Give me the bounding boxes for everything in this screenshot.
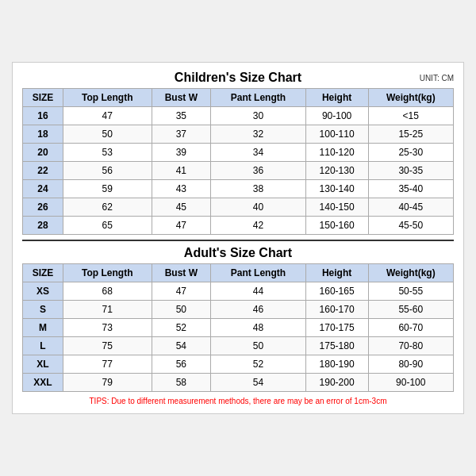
children-table-row: 20533934110-12025-30 bbox=[23, 144, 454, 162]
tips-text: TIPS: Due to different measurement metho… bbox=[22, 397, 454, 405]
children-cell: 90-100 bbox=[305, 107, 368, 125]
adults-cell: 54 bbox=[152, 337, 211, 355]
adults-size-table: SIZE Top Length Bust W Pant Length Heigh… bbox=[22, 263, 454, 392]
children-cell: 32 bbox=[211, 125, 306, 144]
adults-chart-title: Adult's Size Chart bbox=[184, 246, 292, 260]
children-header-row: SIZE Top Length Bust W Pant Length Heigh… bbox=[23, 89, 454, 107]
adults-table-row: S715046160-17055-60 bbox=[23, 301, 454, 319]
children-cell: 42 bbox=[211, 217, 306, 235]
children-cell: 37 bbox=[152, 125, 211, 144]
children-cell: 25-30 bbox=[368, 144, 453, 162]
children-cell: 47 bbox=[63, 107, 152, 125]
adults-table-row: XL775652180-19080-90 bbox=[23, 355, 454, 374]
children-cell: 140-150 bbox=[305, 198, 368, 217]
children-cell: 53 bbox=[63, 144, 152, 162]
adults-cell: 80-90 bbox=[368, 355, 453, 374]
children-col-weight: Weight(kg) bbox=[368, 89, 453, 107]
children-cell: 40-45 bbox=[368, 198, 453, 217]
adults-cell: 44 bbox=[211, 282, 306, 301]
children-cell: 26 bbox=[23, 198, 63, 217]
children-cell: 100-110 bbox=[305, 125, 368, 144]
adults-cell: 160-170 bbox=[305, 301, 368, 319]
adults-cell: 50-55 bbox=[368, 282, 453, 301]
children-table-row: 18503732100-11015-25 bbox=[23, 125, 454, 144]
adults-cell: 73 bbox=[63, 319, 152, 337]
adults-col-weight: Weight(kg) bbox=[368, 264, 453, 282]
adults-title-row: Adult's Size Chart bbox=[22, 246, 454, 260]
children-table-row: 28654742150-16045-50 bbox=[23, 217, 454, 235]
children-cell: 50 bbox=[63, 125, 152, 144]
adults-cell: 79 bbox=[63, 374, 152, 392]
adults-cell: 55-60 bbox=[368, 301, 453, 319]
children-title-row: Children's Size Chart UNIT: CM bbox=[22, 71, 454, 85]
adults-cell: 68 bbox=[63, 282, 152, 301]
adults-cell: 77 bbox=[63, 355, 152, 374]
children-col-bust-w: Bust W bbox=[152, 89, 211, 107]
children-table-row: 24594338130-14035-40 bbox=[23, 180, 454, 198]
adults-col-top-length: Top Length bbox=[63, 264, 152, 282]
adults-cell: 46 bbox=[211, 301, 306, 319]
children-cell: 65 bbox=[63, 217, 152, 235]
adults-cell: XS bbox=[23, 282, 63, 301]
adults-col-pant-length: Pant Length bbox=[211, 264, 306, 282]
children-cell: 45-50 bbox=[368, 217, 453, 235]
adults-cell: M bbox=[23, 319, 63, 337]
children-cell: 41 bbox=[152, 162, 211, 180]
children-cell: 15-25 bbox=[368, 125, 453, 144]
adults-cell: 60-70 bbox=[368, 319, 453, 337]
children-cell: 22 bbox=[23, 162, 63, 180]
children-cell: 45 bbox=[152, 198, 211, 217]
children-cell: 130-140 bbox=[305, 180, 368, 198]
children-cell: 16 bbox=[23, 107, 63, 125]
children-cell: 24 bbox=[23, 180, 63, 198]
children-cell: 18 bbox=[23, 125, 63, 144]
children-table-row: 26624540140-15040-45 bbox=[23, 198, 454, 217]
children-cell: 110-120 bbox=[305, 144, 368, 162]
children-cell: 20 bbox=[23, 144, 63, 162]
children-table-row: 22564136120-13030-35 bbox=[23, 162, 454, 180]
adults-cell: XL bbox=[23, 355, 63, 374]
adults-cell: 180-190 bbox=[305, 355, 368, 374]
adults-cell: 160-165 bbox=[305, 282, 368, 301]
children-size-table: SIZE Top Length Bust W Pant Length Heigh… bbox=[22, 88, 454, 235]
children-col-size: SIZE bbox=[23, 89, 63, 107]
adults-col-size: SIZE bbox=[23, 264, 63, 282]
children-col-pant-length: Pant Length bbox=[211, 89, 306, 107]
adults-col-height: Height bbox=[305, 264, 368, 282]
adults-cell: 52 bbox=[152, 319, 211, 337]
children-cell: 38 bbox=[211, 180, 306, 198]
section-divider bbox=[22, 240, 454, 241]
adults-cell: 70-80 bbox=[368, 337, 453, 355]
adults-cell: XXL bbox=[23, 374, 63, 392]
adults-cell: 52 bbox=[211, 355, 306, 374]
adults-table-row: L755450175-18070-80 bbox=[23, 337, 454, 355]
children-cell: 35-40 bbox=[368, 180, 453, 198]
children-cell: 35 bbox=[152, 107, 211, 125]
children-cell: 56 bbox=[63, 162, 152, 180]
adults-cell: 58 bbox=[152, 374, 211, 392]
children-cell: 40 bbox=[211, 198, 306, 217]
adults-cell: 90-100 bbox=[368, 374, 453, 392]
children-cell: 47 bbox=[152, 217, 211, 235]
adults-cell: 56 bbox=[152, 355, 211, 374]
adults-cell: 50 bbox=[211, 337, 306, 355]
children-cell: 28 bbox=[23, 217, 63, 235]
children-cell: 30 bbox=[211, 107, 306, 125]
children-cell: 36 bbox=[211, 162, 306, 180]
children-table-row: 1647353090-100<15 bbox=[23, 107, 454, 125]
adults-cell: 170-175 bbox=[305, 319, 368, 337]
children-cell: 30-35 bbox=[368, 162, 453, 180]
adults-cell: 190-200 bbox=[305, 374, 368, 392]
children-chart-title: Children's Size Chart bbox=[175, 71, 301, 85]
children-cell: 62 bbox=[63, 198, 152, 217]
adults-cell: 71 bbox=[63, 301, 152, 319]
children-cell: 39 bbox=[152, 144, 211, 162]
adults-cell: 175-180 bbox=[305, 337, 368, 355]
adults-table-row: M735248170-17560-70 bbox=[23, 319, 454, 337]
unit-label: UNIT: CM bbox=[420, 74, 454, 83]
children-cell: 120-130 bbox=[305, 162, 368, 180]
adults-cell: 48 bbox=[211, 319, 306, 337]
children-cell: <15 bbox=[368, 107, 453, 125]
children-cell: 34 bbox=[211, 144, 306, 162]
children-cell: 150-160 bbox=[305, 217, 368, 235]
